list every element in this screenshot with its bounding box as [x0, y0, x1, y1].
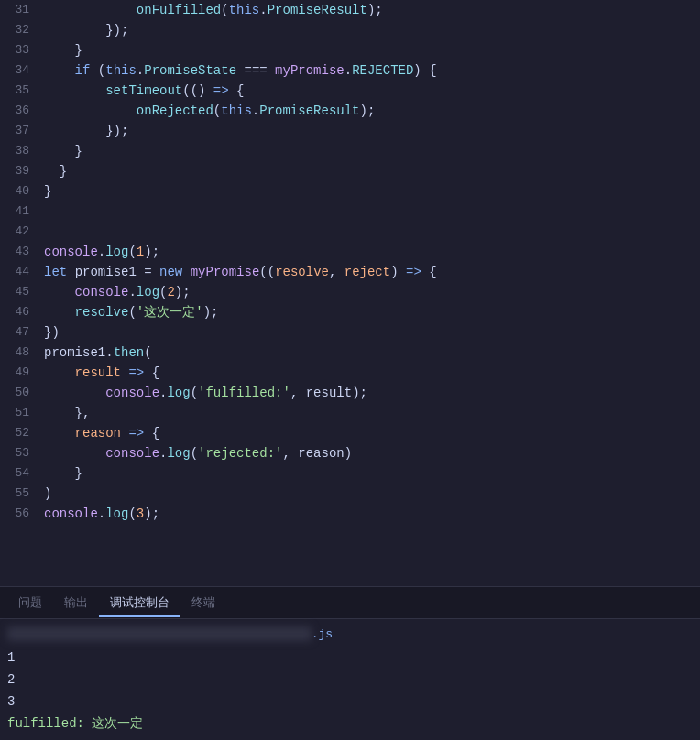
line-number: 32 — [0, 20, 44, 40]
code-line-53: 53 console.log('rejected:', reason) — [0, 443, 700, 463]
line-content: }, — [44, 403, 700, 423]
output-line-2: 2 — [7, 669, 693, 691]
tab-problems-label: 问题 — [18, 596, 42, 610]
tab-output[interactable]: 输出 — [53, 589, 99, 616]
line-number: 37 — [0, 121, 44, 141]
line-content: console.log(1); — [44, 242, 700, 262]
code-line-39: 39 } — [0, 161, 700, 181]
code-line-33: 33 } — [0, 40, 700, 60]
line-content: } — [44, 40, 700, 60]
code-line-41: 41 — [0, 201, 700, 222]
code-line-34: 34 if (this.PromiseState === myPromise.R… — [0, 60, 700, 81]
code-line-36: 36 onRejected(this.PromiseResult); — [0, 101, 700, 121]
line-number: 42 — [0, 222, 44, 242]
line-content: resolve('这次一定'); — [44, 302, 700, 322]
code-line-42: 42 — [0, 222, 700, 242]
line-number: 51 — [0, 403, 44, 423]
code-line-55: 55 ) — [0, 484, 700, 504]
line-number: 41 — [0, 201, 44, 222]
line-content: ) — [44, 484, 700, 504]
line-content: setTimeout(() => { — [44, 81, 700, 101]
code-line-44: 44 let promise1 = new myPromise((resolve… — [0, 262, 700, 282]
line-content: console.log('rejected:', reason) — [44, 443, 700, 463]
line-number: 35 — [0, 81, 44, 101]
code-line-50: 50 console.log('fulfilled:', result); — [0, 383, 700, 403]
bottom-panel: 问题 输出 调试控制台 终端 .js 1 2 3 — [0, 586, 700, 740]
line-content: if (this.PromiseState === myPromise.REJE… — [44, 60, 700, 81]
line-content: console.log(2); — [44, 282, 700, 302]
output-line-1: 1 — [7, 647, 693, 669]
line-number: 52 — [0, 423, 44, 443]
line-content: onRejected(this.PromiseResult); — [44, 101, 700, 121]
code-line-52: 52 reason => { — [0, 423, 700, 443]
line-number: 47 — [0, 322, 44, 343]
code-line-49: 49 result => { — [0, 363, 700, 383]
line-number: 39 — [0, 161, 44, 181]
code-line-43: 43 console.log(1); — [0, 242, 700, 262]
line-content: } — [44, 161, 700, 181]
line-number: 50 — [0, 383, 44, 403]
line-number: 55 — [0, 484, 44, 504]
tab-terminal-label: 终端 — [191, 596, 215, 610]
line-content: result => { — [44, 363, 700, 383]
code-editor: 31 onFulfilled(this.PromiseResult); 32 }… — [0, 0, 700, 586]
line-number: 56 — [0, 504, 44, 524]
line-number: 31 — [0, 0, 44, 20]
file-name: .js — [312, 627, 333, 641]
panel-content: .js 1 2 3 fulfilled: 这次一定 — [0, 619, 700, 740]
output-fulfilled-line: fulfilled: 这次一定 — [7, 713, 693, 735]
tab-problems[interactable]: 问题 — [7, 589, 53, 616]
code-line-54: 54 } — [0, 463, 700, 484]
file-path-blurred — [7, 626, 312, 641]
line-content: reason => { — [44, 423, 700, 443]
line-content: } — [44, 463, 700, 484]
code-lines: 31 onFulfilled(this.PromiseResult); 32 }… — [0, 0, 700, 586]
line-number: 38 — [0, 141, 44, 161]
line-number: 53 — [0, 443, 44, 463]
tab-debug-console[interactable]: 调试控制台 — [99, 589, 180, 616]
code-line-31: 31 onFulfilled(this.PromiseResult); — [0, 0, 700, 20]
line-number: 33 — [0, 40, 44, 60]
panel-tabs: 问题 输出 调试控制台 终端 — [0, 587, 700, 619]
code-line-56: 56 console.log(3); — [0, 504, 700, 524]
code-line-47: 47 }) — [0, 322, 700, 343]
tab-output-label: 输出 — [64, 596, 88, 610]
code-line-40: 40 } — [0, 181, 700, 201]
line-content: }) — [44, 322, 700, 343]
line-content: let promise1 = new myPromise((resolve, r… — [44, 262, 700, 282]
line-number: 45 — [0, 282, 44, 302]
line-content: console.log('fulfilled:', result); — [44, 383, 700, 403]
line-number: 49 — [0, 363, 44, 383]
line-content: }); — [44, 121, 700, 141]
line-number: 48 — [0, 343, 44, 363]
line-number: 36 — [0, 101, 44, 121]
code-line-46: 46 resolve('这次一定'); — [0, 302, 700, 322]
line-content: promise1.then( — [44, 343, 700, 363]
code-line-48: 48 promise1.then( — [0, 343, 700, 363]
line-content: } — [44, 141, 700, 161]
line-content: } — [44, 181, 700, 201]
code-line-32: 32 }); — [0, 20, 700, 40]
line-content: console.log(3); — [44, 504, 700, 524]
output-line-3: 3 — [7, 691, 693, 713]
line-number: 43 — [0, 242, 44, 262]
tab-terminal[interactable]: 终端 — [180, 589, 226, 616]
file-line: .js — [7, 625, 693, 643]
line-content: onFulfilled(this.PromiseResult); — [44, 0, 700, 20]
line-number: 34 — [0, 60, 44, 81]
code-line-45: 45 console.log(2); — [0, 282, 700, 302]
code-line-51: 51 }, — [0, 403, 700, 423]
code-line-37: 37 }); — [0, 121, 700, 141]
line-content: }); — [44, 20, 700, 40]
code-line-38: 38 } — [0, 141, 700, 161]
line-number: 54 — [0, 463, 44, 484]
code-line-35: 35 setTimeout(() => { — [0, 81, 700, 101]
line-number: 44 — [0, 262, 44, 282]
tab-debug-label: 调试控制台 — [110, 596, 170, 610]
line-number: 40 — [0, 181, 44, 201]
line-number: 46 — [0, 302, 44, 322]
